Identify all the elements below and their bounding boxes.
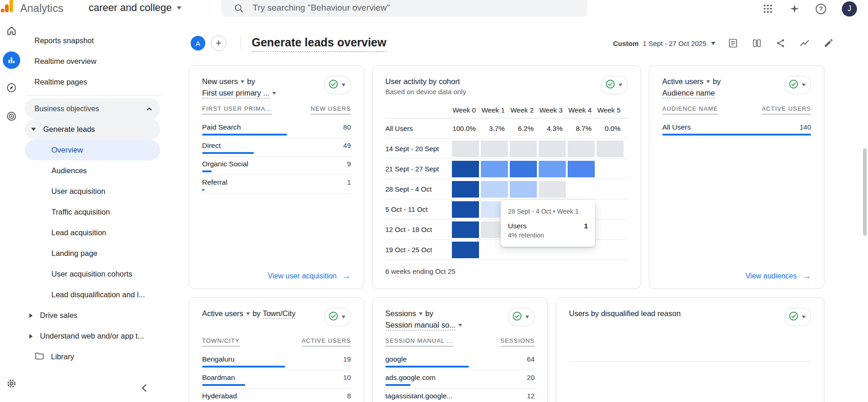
sidebar-item-reports-snapshot[interactable]: Reports snapshot bbox=[23, 30, 181, 51]
card-title: User activity by cohort bbox=[385, 77, 460, 85]
cohort-cell[interactable] bbox=[481, 161, 508, 177]
card-title: New usersby First user primary ... bbox=[202, 76, 279, 99]
cohort-cell[interactable] bbox=[481, 181, 508, 198]
cohort-cell[interactable] bbox=[510, 161, 537, 177]
metric-selector[interactable]: New users bbox=[202, 77, 238, 85]
audiences-table: AUDIENCE NAMEACTIVE USERSAll Users140 bbox=[662, 105, 811, 138]
comparison-icon[interactable] bbox=[751, 38, 762, 49]
edit-pencil-icon[interactable] bbox=[823, 38, 834, 49]
check-circle-icon bbox=[328, 79, 338, 91]
sidebar-item-user-acquisition-cohorts[interactable]: User acquisition cohorts bbox=[25, 264, 160, 284]
chevron-down-icon bbox=[246, 312, 250, 315]
sidebar-item-traffic-acquisition[interactable]: Traffic acquisition bbox=[25, 202, 160, 222]
sidebar-item-library[interactable]: Library bbox=[23, 346, 181, 367]
cohort-cell[interactable] bbox=[452, 201, 479, 218]
rail-admin-button[interactable] bbox=[0, 378, 23, 391]
sidebar-item-understand-web-and-or-app-t[interactable]: Understand web and/or app t... bbox=[23, 326, 181, 346]
rail-reports-button[interactable] bbox=[0, 46, 23, 74]
chevron-down-icon bbox=[342, 84, 345, 86]
chevron-down-icon[interactable] bbox=[711, 42, 716, 45]
cohort-cell[interactable] bbox=[452, 161, 479, 177]
page-title[interactable]: Generate leads overview bbox=[252, 36, 386, 49]
table-header-row: FIRST USER PRIMA...NEW USERS bbox=[202, 105, 351, 120]
cohort-cell bbox=[597, 242, 624, 258]
cohort-cell[interactable] bbox=[452, 242, 479, 258]
cohort-row-label: 21 Sept - 27 Sept bbox=[385, 165, 451, 173]
rail-explore-button[interactable] bbox=[0, 74, 23, 103]
dimension-selector[interactable]: Session manual so... bbox=[385, 321, 456, 330]
search-bar[interactable] bbox=[221, 0, 587, 17]
check-circle-icon bbox=[512, 311, 522, 323]
card-title: Users by disqualified lead reason bbox=[569, 309, 681, 317]
metric-selector[interactable]: Active users bbox=[202, 309, 243, 317]
search-input[interactable] bbox=[253, 1, 547, 14]
row-label: All Users bbox=[662, 123, 691, 131]
cohort-cell[interactable] bbox=[452, 221, 479, 238]
week-header: Week 2 bbox=[509, 106, 538, 114]
sidebar-item-user-acquisition[interactable]: User acquisition bbox=[25, 181, 160, 202]
expand-arrow-icon bbox=[29, 334, 33, 339]
collapse-sidebar-button[interactable] bbox=[138, 381, 152, 395]
column-header: AUDIENCE NAME bbox=[662, 105, 718, 114]
user-avatar[interactable]: J bbox=[842, 1, 857, 17]
sidebar-item-overview[interactable]: Overview bbox=[25, 140, 160, 160]
cohort-cell[interactable] bbox=[452, 141, 479, 157]
sidebar-item-realtime-overview[interactable]: Realtime overview bbox=[23, 51, 181, 72]
sidebar-item-drive-sales[interactable]: Drive sales bbox=[23, 305, 181, 326]
card-active-users-audience: Active usersby Audience name AUDIENCE NA… bbox=[649, 65, 824, 289]
sidebar-item-audiences[interactable]: Audiences bbox=[25, 160, 160, 181]
dimension-selector[interactable]: Audience name bbox=[662, 89, 715, 98]
data-quality-pill[interactable] bbox=[508, 308, 535, 326]
cohort-summary-row: All Users100.0%3.7%6.2%4.3%8.7%0.0% bbox=[385, 119, 628, 139]
data-quality-pill[interactable] bbox=[784, 76, 811, 94]
cohort-cell[interactable] bbox=[539, 141, 566, 157]
data-quality-pill[interactable] bbox=[324, 308, 351, 326]
metric-selector[interactable]: Sessions bbox=[385, 309, 416, 317]
cohort-cell[interactable] bbox=[597, 141, 624, 157]
dimension-selector[interactable]: First user primary ... bbox=[202, 89, 270, 98]
rail-advertising-button[interactable] bbox=[0, 103, 23, 131]
column-header: SESSION MANUAL ... bbox=[385, 337, 453, 346]
apps-grid-icon[interactable] bbox=[762, 3, 773, 14]
dimension-selector[interactable]: Town/City bbox=[263, 309, 296, 319]
table-row: Referral1 bbox=[202, 175, 351, 193]
sidebar-item-lead-acquisition[interactable]: Lead acquisition bbox=[25, 222, 160, 243]
sidebar-item-lead-disqualification-and-l[interactable]: Lead disqualification and l... bbox=[25, 284, 160, 305]
collection-avatar[interactable]: A bbox=[191, 36, 205, 51]
vertical-scrollbar[interactable] bbox=[863, 148, 867, 236]
rail-home-button[interactable] bbox=[0, 17, 23, 46]
summary-value: 8.7% bbox=[567, 125, 596, 132]
cohort-cell[interactable] bbox=[539, 181, 566, 198]
add-report-button[interactable]: + bbox=[211, 35, 226, 51]
cohort-cell[interactable] bbox=[481, 141, 508, 157]
cohort-cell[interactable] bbox=[510, 141, 537, 157]
notes-icon[interactable] bbox=[727, 38, 738, 49]
check-circle-icon bbox=[789, 311, 799, 323]
cohort-cell[interactable] bbox=[452, 181, 479, 198]
view-user-acquisition-link[interactable]: View user acquisition→ bbox=[268, 272, 351, 280]
week-header: Week 0 bbox=[451, 106, 480, 114]
date-range-value[interactable]: 1 Sept - 27 Oct 2025 bbox=[643, 40, 706, 47]
view-audiences-link[interactable]: View audiences→ bbox=[745, 272, 811, 280]
data-quality-pill[interactable] bbox=[784, 308, 811, 326]
cohort-cell[interactable] bbox=[568, 141, 595, 157]
cohort-cell[interactable] bbox=[539, 161, 566, 177]
sidebar-item-generate-leads[interactable]: Generate leads bbox=[25, 119, 160, 140]
metric-selector[interactable]: Active users bbox=[662, 77, 704, 85]
sparkle-icon[interactable] bbox=[789, 3, 800, 14]
data-quality-pill[interactable] bbox=[324, 76, 351, 94]
cohort-cell bbox=[568, 181, 595, 198]
cohort-cell[interactable] bbox=[510, 181, 537, 198]
row-bar bbox=[202, 170, 212, 172]
sidebar-item-realtime-pages[interactable]: Realtime pages bbox=[23, 72, 181, 92]
insights-icon[interactable] bbox=[799, 38, 810, 49]
chevron-down-icon bbox=[342, 316, 345, 318]
data-quality-pill[interactable] bbox=[601, 76, 628, 94]
cohort-cell[interactable] bbox=[568, 161, 595, 177]
table-row: google64 bbox=[385, 352, 535, 370]
help-icon[interactable]: ? bbox=[816, 4, 826, 14]
property-selector[interactable]: career and college bbox=[89, 2, 181, 14]
sidebar-section-business-objectives[interactable]: Business objectives bbox=[25, 98, 160, 119]
share-icon[interactable] bbox=[775, 38, 786, 49]
sidebar-item-landing-page[interactable]: Landing page bbox=[25, 243, 160, 264]
